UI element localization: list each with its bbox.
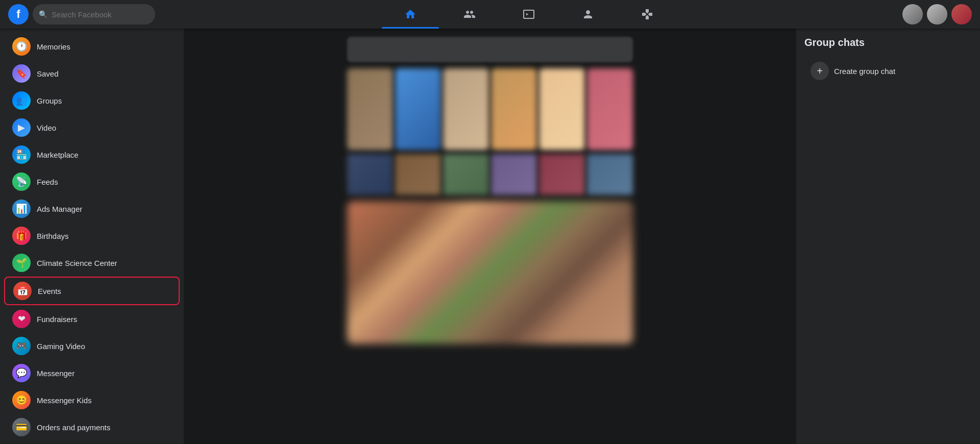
sidebar-label-messenger-kids: Messenger Kids — [37, 396, 92, 405]
nav-gaming-button[interactable] — [619, 2, 676, 27]
facebook-logo[interactable]: f — [8, 4, 29, 24]
sidebar-item-fundraisers[interactable]: ❤Fundraisers — [4, 306, 180, 332]
top-navigation: f 🔍 — [0, 0, 980, 29]
nav-center — [155, 2, 902, 27]
sidebar-label-memories: Memories — [37, 42, 70, 51]
story-card[interactable] — [587, 68, 633, 150]
story-card-2[interactable] — [491, 154, 537, 195]
post-composer — [347, 37, 633, 62]
sidebar-label-marketplace: Marketplace — [37, 151, 79, 159]
story-card-2[interactable] — [443, 154, 489, 195]
sidebar-label-birthdays: Birthdays — [37, 232, 69, 240]
story-card-2[interactable] — [395, 154, 441, 195]
sidebar-label-saved: Saved — [37, 69, 59, 78]
sidebar-item-orders-payments[interactable]: 💳Orders and payments — [4, 414, 180, 440]
sidebar-label-ads-manager: Ads Manager — [37, 205, 82, 213]
sidebar-item-climate-science[interactable]: 🌱Climate Science Center — [4, 250, 180, 276]
sidebar-label-feeds: Feeds — [37, 178, 58, 186]
story-card[interactable] — [539, 68, 585, 150]
video-icon: ▶ — [12, 118, 31, 137]
fundraisers-icon: ❤ — [12, 310, 31, 328]
story-card[interactable] — [443, 68, 489, 150]
saved-icon: 🔖 — [12, 64, 31, 83]
story-card[interactable] — [491, 68, 537, 150]
sidebar-label-events: Events — [38, 287, 61, 295]
sidebar-item-gaming-video[interactable]: 🎮Gaming Video — [4, 333, 180, 359]
gaming-video-icon: 🎮 — [12, 337, 31, 355]
avatar-2[interactable] — [927, 4, 947, 24]
ads-manager-icon: 📊 — [12, 200, 31, 218]
sidebar-item-ads-manager[interactable]: 📊Ads Manager — [4, 195, 180, 222]
climate-science-icon: 🌱 — [12, 254, 31, 272]
sidebar-item-groups[interactable]: 👥Groups — [4, 87, 180, 114]
plus-icon: + — [811, 62, 829, 80]
orders-payments-icon: 💳 — [12, 418, 31, 436]
center-content — [184, 29, 796, 444]
search-icon: 🔍 — [39, 10, 47, 18]
sidebar-item-marketplace[interactable]: 🏪Marketplace — [4, 141, 180, 168]
story-row — [347, 68, 633, 150]
sidebar-item-messenger[interactable]: 💬Messenger — [4, 360, 180, 386]
sidebar-item-video[interactable]: ▶Video — [4, 114, 180, 141]
feed-post-image — [347, 201, 633, 344]
birthdays-icon: 🎁 — [12, 227, 31, 245]
sidebar-item-birthdays[interactable]: 🎁Birthdays — [4, 223, 180, 249]
right-sidebar: Group chats + Create group chat — [796, 29, 980, 444]
avatar-3[interactable] — [951, 4, 972, 24]
sidebar-label-messenger: Messenger — [37, 369, 75, 378]
nav-home-button[interactable] — [382, 2, 439, 27]
story-card-2[interactable] — [347, 154, 393, 195]
feed-content — [347, 37, 633, 344]
create-group-chat-button[interactable]: + Create group chat — [804, 57, 972, 85]
nav-right — [902, 4, 972, 24]
story-card-2[interactable] — [587, 154, 633, 195]
sidebar-label-climate-science: Climate Science Center — [37, 259, 117, 267]
sidebar-item-events[interactable]: 📅Events — [4, 277, 180, 305]
memories-icon: 🕐 — [12, 37, 31, 56]
groups-icon: 👥 — [12, 91, 31, 110]
marketplace-icon: 🏪 — [12, 145, 31, 164]
nav-friends-button[interactable] — [441, 2, 498, 27]
sidebar-label-orders-payments: Orders and payments — [37, 423, 110, 432]
main-layout: 🕐Memories🔖Saved👥Groups▶Video🏪Marketplace… — [0, 29, 980, 444]
messenger-kids-icon: 😊 — [12, 391, 31, 409]
left-sidebar: 🕐Memories🔖Saved👥Groups▶Video🏪Marketplace… — [0, 29, 184, 444]
sidebar-label-groups: Groups — [37, 96, 62, 105]
sidebar-item-memories[interactable]: 🕐Memories — [4, 33, 180, 60]
sidebar-label-gaming-video: Gaming Video — [37, 342, 85, 351]
feeds-icon: 📡 — [12, 172, 31, 191]
story-card[interactable] — [395, 68, 441, 150]
nav-profile-button[interactable] — [559, 2, 617, 27]
story-card[interactable] — [347, 68, 393, 150]
nav-watch-button[interactable] — [500, 2, 557, 27]
sidebar-label-video: Video — [37, 124, 56, 132]
sidebar-label-fundraisers: Fundraisers — [37, 315, 77, 324]
sidebar-item-messenger-kids[interactable]: 😊Messenger Kids — [4, 387, 180, 413]
sidebar-item-feeds[interactable]: 📡Feeds — [4, 168, 180, 195]
create-group-label: Create group chat — [834, 67, 895, 76]
story-row-2 — [347, 154, 633, 195]
avatar-1[interactable] — [902, 4, 923, 24]
sidebar-item-saved[interactable]: 🔖Saved — [4, 60, 180, 87]
story-card-2[interactable] — [539, 154, 585, 195]
messenger-icon: 💬 — [12, 364, 31, 382]
events-icon: 📅 — [13, 282, 32, 300]
search-input[interactable] — [52, 10, 149, 19]
group-chats-title: Group chats — [804, 37, 972, 48]
search-bar[interactable]: 🔍 — [33, 4, 155, 24]
